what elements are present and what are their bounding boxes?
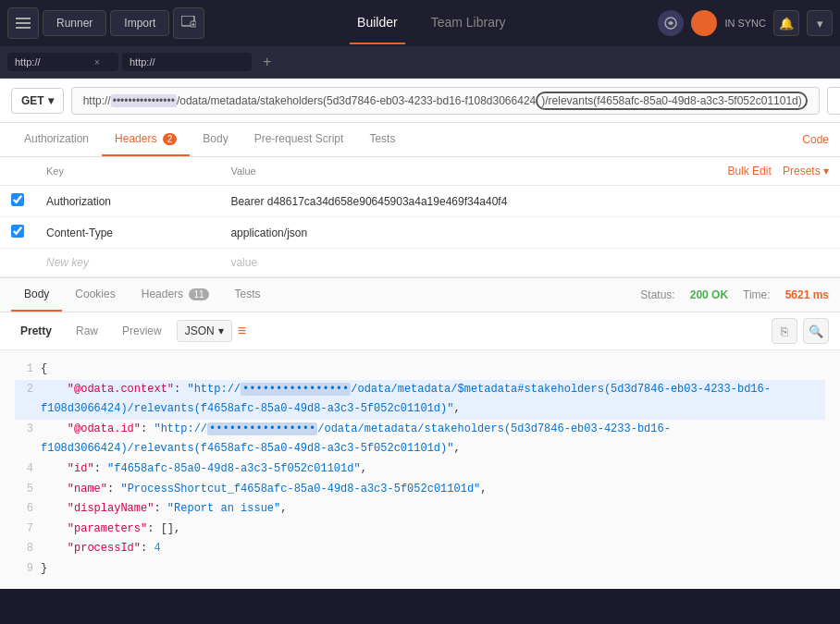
response-tab-cookies[interactable]: Cookies <box>62 278 128 312</box>
runner-button[interactable]: Runner <box>43 10 106 36</box>
copy-response-button[interactable]: ⎘ <box>772 318 797 344</box>
json-line-1: 1 { <box>15 360 825 380</box>
url-circle-part: )/relevants(f4658afc-85a0-49d8-a3c3-5f05… <box>536 92 808 110</box>
url-display[interactable]: http://••••••••••••••••/odata/metadata/s… <box>71 87 820 115</box>
nav-center-tabs: Builder Team Library <box>208 2 654 44</box>
json-format-selector[interactable]: JSON ▾ <box>177 320 232 342</box>
col-actions-header: Bulk Edit Presets ▾ <box>392 157 840 186</box>
format-pretty[interactable]: Pretty <box>11 321 61 341</box>
request-bar: GET ▾ http://••••••••••••••••/odata/meta… <box>0 79 840 123</box>
json-line-8: 8 "processId": 4 <box>15 539 825 559</box>
header-1-value[interactable]: Bearer d48617ca34d658e90645903a4a19e469f… <box>219 186 840 217</box>
headers-table: Key Value Bulk Edit Presets ▾ Authorizat… <box>0 157 840 277</box>
nav-right-controls: IN SYNC 🔔 ▾ <box>658 10 833 36</box>
format-raw[interactable]: Raw <box>67 321 107 341</box>
svg-rect-0 <box>16 18 31 19</box>
response-tab-headers[interactable]: Headers 11 <box>129 278 222 312</box>
wrap-icon[interactable]: ≡ <box>238 323 246 339</box>
headers-label: Headers <box>115 132 156 145</box>
json-line-5: 5 "name": "ProcessShortcut_f4658afc-85a0… <box>15 480 825 500</box>
col-key-header: Key <box>35 157 219 186</box>
table-row: Content-Type application/json <box>0 217 840 249</box>
bulk-edit-button[interactable]: Bulk Edit <box>727 165 771 177</box>
add-tab-button[interactable]: + <box>255 52 278 72</box>
svg-point-9 <box>699 18 709 28</box>
header-1-checkbox[interactable] <box>11 193 24 206</box>
format-bar: Pretty Raw Preview JSON ▾ ≡ ⎘ 🔍 <box>0 312 840 350</box>
time-value: 5621 ms <box>785 288 829 301</box>
svg-rect-2 <box>16 27 31 29</box>
request-tab-2[interactable] <box>122 53 252 71</box>
format-preview[interactable]: Preview <box>113 321 171 341</box>
json-line-9: 9 } <box>15 559 825 580</box>
url-part2: /odata/metadata/stakeholders(5d3d7846-eb… <box>177 94 536 107</box>
method-label: GET <box>21 94 44 107</box>
header-1-key[interactable]: Authorization <box>35 186 219 217</box>
new-request-button[interactable] <box>173 7 204 39</box>
nav-chevron-icon[interactable]: ▾ <box>807 10 833 36</box>
import-button[interactable]: Import <box>110 10 169 36</box>
time-label: Time: <box>743 288 771 301</box>
json-line-2: 2 "@odata.context": "http://••••••••••••… <box>15 380 825 420</box>
response-bar: Body Cookies Headers 11 Tests Status: 20… <box>0 278 840 312</box>
sync-settings-icon[interactable] <box>658 10 684 36</box>
table-row: Authorization Bearer d48617ca34d658e9064… <box>0 186 840 217</box>
presets-button[interactable]: Presets ▾ <box>783 165 829 177</box>
json-line-6: 6 "displayName": "Report an issue", <box>15 499 825 520</box>
svg-rect-1 <box>16 22 31 24</box>
json-label: JSON <box>185 324 215 337</box>
json-line-4: 4 "id": "f4658afc-85a0-49d8-a3c3-5f052c0… <box>15 459 825 480</box>
header-2-value[interactable]: application/json <box>219 217 840 249</box>
status-value: 200 OK <box>690 288 728 301</box>
header-2-key[interactable]: Content-Type <box>35 217 219 249</box>
resp-headers-label: Headers <box>142 288 183 300</box>
top-navigation: Runner Import Builder Team Library IN SY… <box>0 0 840 46</box>
request-sub-tabs: Authorization Headers 2 Body Pre-request… <box>0 123 840 157</box>
json-line-3: 3 "@odata.id": "http://••••••••••••••••/… <box>15 420 825 459</box>
method-selector[interactable]: GET ▾ <box>11 88 64 114</box>
tab-headers[interactable]: Headers 2 <box>102 123 190 156</box>
tab-authorization[interactable]: Authorization <box>11 123 102 156</box>
resp-headers-badge: 11 <box>189 288 208 300</box>
sidebar-toggle-button[interactable] <box>7 7 39 39</box>
team-library-tab[interactable]: Team Library <box>424 2 513 44</box>
tab2-url-input[interactable] <box>130 56 231 67</box>
header-2-checkbox[interactable] <box>11 225 24 238</box>
json-chevron-icon: ▾ <box>218 324 224 337</box>
main-content: GET ▾ http://••••••••••••••••/odata/meta… <box>0 79 840 589</box>
request-tab-1[interactable]: × <box>7 53 118 71</box>
response-status: Status: 200 OK Time: 5621 ms <box>640 288 829 301</box>
params-button[interactable]: Params <box>827 87 840 115</box>
col-checkbox <box>0 157 35 186</box>
sync-status-dot <box>691 10 717 36</box>
json-line-7: 7 "parameters": [], <box>15 520 825 540</box>
format-right-buttons: ⎘ 🔍 <box>772 318 829 344</box>
search-response-button[interactable]: 🔍 <box>803 318 829 344</box>
tab1-url-input[interactable] <box>15 56 89 67</box>
json-response-view: 1 { 2 "@odata.context": "http://••••••••… <box>0 350 840 589</box>
sync-label: IN SYNC <box>724 18 766 29</box>
response-tab-body[interactable]: Body <box>11 278 62 312</box>
code-link[interactable]: Code <box>802 133 829 146</box>
tab-prerequest[interactable]: Pre-request Script <box>241 123 357 156</box>
new-value-placeholder: value <box>230 256 257 269</box>
tab-tests[interactable]: Tests <box>356 123 408 156</box>
notification-bell-icon[interactable]: 🔔 <box>773 10 799 36</box>
tab1-close-icon[interactable]: × <box>94 57 100 67</box>
url-masked1: •••••••••••••••• <box>111 94 177 107</box>
status-label: Status: <box>640 288 674 301</box>
builder-tab[interactable]: Builder <box>350 2 405 44</box>
url-input-wrapper: http://••••••••••••••••/odata/metadata/s… <box>71 87 820 115</box>
method-chevron-icon: ▾ <box>48 94 54 107</box>
col-value-header: Value <box>219 157 391 186</box>
response-tab-tests[interactable]: Tests <box>222 278 274 312</box>
headers-badge: 2 <box>163 133 178 145</box>
new-key-placeholder: New key <box>46 256 89 269</box>
url-part1: http:// <box>83 94 111 107</box>
table-row-new: New key value <box>0 249 840 277</box>
sync-text: IN SYNC <box>724 18 766 29</box>
tab-body[interactable]: Body <box>190 123 241 156</box>
tab-bar: × + <box>0 46 840 79</box>
